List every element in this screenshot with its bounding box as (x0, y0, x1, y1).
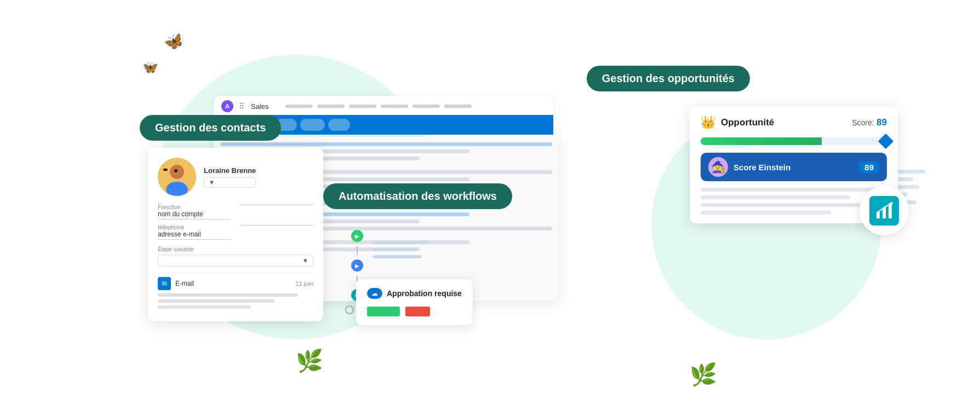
butterfly-icon-1: 🦋 (162, 30, 186, 54)
email-row: ✉ E-mail 11 juin (158, 272, 313, 290)
field-value-compte (240, 204, 313, 205)
etape-section: Étape suivante ▼ (158, 246, 313, 267)
crown-icon: 👑 (701, 116, 715, 130)
grid-icon: ⠿ (239, 102, 244, 111)
contact-fields: Fonction nom du compte téléphone adresse… (158, 204, 313, 240)
svg-rect-5 (876, 212, 880, 218)
opportunity-detail-lines (701, 188, 887, 215)
progress-bar-container (701, 137, 887, 145)
badge-workflows: Automatisation des workflows (323, 183, 512, 209)
wf-node-branch-1 (345, 305, 354, 314)
opportunity-header: 👑 Opportunité Score: 89 (701, 116, 887, 130)
approbation-card: ☁ Approbation requise (356, 279, 473, 325)
approbation-header: ☁ Approbation requise (367, 288, 462, 299)
badge-contacts: Gestion des contacts (140, 115, 281, 141)
chevron-down-icon: ▼ (302, 257, 308, 264)
butterfly-icon-2: 🦋 (141, 59, 158, 76)
field-value-fonction: nom du compte (158, 210, 231, 220)
einstein-badge: 🧙 Score Einstein 89 (701, 153, 887, 181)
reject-button[interactable] (405, 307, 430, 316)
field-value-telephone: adresse e-mail (158, 230, 231, 240)
field-label-telephone: téléphone (158, 224, 231, 230)
email-preview-lines (158, 293, 313, 309)
approve-button[interactable] (367, 307, 400, 316)
approbation-buttons (367, 307, 462, 316)
contact-dropdown[interactable]: ▼ (204, 177, 256, 188)
wf-connector-1 (357, 246, 358, 255)
sales-label: Sales (251, 102, 269, 111)
nav-item-5[interactable] (328, 119, 350, 131)
einstein-avatar: 🧙 (708, 157, 728, 177)
svg-rect-6 (882, 207, 886, 218)
nav-item-4[interactable] (300, 119, 325, 131)
email-label: E-mail (175, 280, 194, 287)
email-date: 11 juin (296, 280, 313, 287)
badge-opportunites: Gestion des opportunités (587, 66, 750, 91)
progress-track (701, 137, 887, 145)
wf-node-2: ▶ (351, 259, 363, 272)
etape-select[interactable]: ▼ (158, 255, 313, 267)
score-value: 89 (876, 117, 887, 128)
field-value-email-addr (240, 224, 313, 226)
svg-rect-7 (889, 204, 892, 218)
progress-fill (701, 137, 822, 145)
chart-icon (869, 196, 899, 226)
approbation-title: Approbation requise (387, 289, 462, 298)
wf-node-start: ▶ (351, 230, 363, 242)
sales-app-bar: A ⠿ Sales (214, 96, 553, 117)
contact-avatar (158, 158, 196, 196)
einstein-score: 89 (859, 161, 879, 173)
plant-icon-right: 🌿 (690, 362, 717, 388)
salesforce-cloud-icon: ☁ (367, 288, 382, 299)
chart-card (859, 186, 909, 235)
wf-right-lines (372, 241, 427, 258)
contact-card: Loraine Brenne ▼ Fonction nom du compte … (148, 148, 323, 321)
svg-point-3 (174, 169, 177, 172)
contact-name: Loraine Brenne (204, 166, 256, 175)
field-label-fonction: Fonction (158, 204, 231, 210)
sales-avatar: A (221, 100, 233, 112)
opportunity-score-group: Score: 89 (852, 117, 887, 128)
einstein-label: Score Einstein (733, 163, 790, 172)
etape-label: Étape suivante (158, 246, 313, 252)
email-icon: ✉ (158, 277, 171, 290)
opportunity-title-group: 👑 Opportunité (701, 116, 774, 130)
progress-arrow (878, 134, 893, 149)
opportunity-title: Opportunité (721, 117, 774, 128)
plant-icon-left: 🌿 (296, 348, 323, 374)
svg-rect-4 (163, 169, 168, 171)
score-label: Score: (852, 118, 874, 127)
